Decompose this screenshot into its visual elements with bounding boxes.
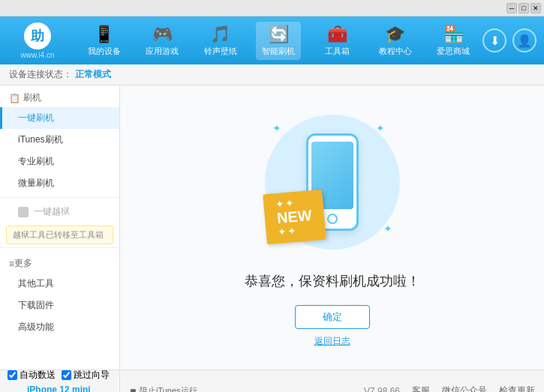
customer-service-link[interactable]: 客服: [412, 385, 430, 392]
auto-send-checkbox[interactable]: 自动数送: [8, 369, 56, 382]
flash-section-icon: 📋: [9, 93, 20, 103]
lock-icon: [18, 207, 29, 217]
back-today-link[interactable]: 返回日志: [314, 335, 350, 348]
nav-app-games[interactable]: 🎮 应用游戏: [140, 22, 185, 60]
sidebar-flash-title: 📋 刷机: [0, 85, 119, 107]
logo-url: www.i4.cn: [20, 51, 54, 59]
nav-tutorial[interactable]: 🎓 教程中心: [373, 22, 418, 60]
sidebar-divider-1: [0, 197, 119, 198]
footer-left-panel: 自动数送 跳过向导 📱 iPhone 12 mini 64GB Down-12m…: [0, 370, 120, 392]
sidebar-divider-2: [0, 247, 119, 248]
new-ribbon: ✦ ✦ NEW ✦ ✦: [263, 190, 326, 245]
more-section-icon: ≡: [9, 259, 14, 269]
footer-checkboxes: 自动数送 跳过向导: [8, 369, 112, 382]
nav-my-device[interactable]: 📱 我的设备: [82, 22, 127, 60]
sidebar-item-onekey-flash[interactable]: 一键刷机: [0, 107, 119, 129]
phone-home-button: [327, 214, 338, 224]
check-update-link[interactable]: 检查更新: [499, 385, 535, 392]
sidebar-jailbreak-disabled: 一键越狱: [0, 201, 119, 223]
device-info-row: 📱 iPhone 12 mini 64GB Down-12mini-13.1: [8, 385, 112, 392]
user-button[interactable]: 👤: [512, 28, 536, 52]
auto-send-input[interactable]: [8, 370, 17, 380]
sidebar-item-itunes-flash[interactable]: iTunes刷机: [0, 129, 119, 151]
phone-illustration: ✦ ✦ ✦ ✦ ✦ NEW ✦ ✦: [257, 107, 407, 257]
footer-bottom-panel: ⏹ 阻止iTunes运行 V7.98.66 客服 微信公众号 检查更新: [120, 370, 544, 392]
istore-icon: 🏪: [443, 25, 464, 44]
new-badge-text: NEW: [276, 207, 312, 227]
full-footer: 自动数送 跳过向导 📱 iPhone 12 mini 64GB Down-12m…: [0, 370, 544, 392]
nav-istore[interactable]: 🏪 爱思商城: [431, 22, 476, 60]
ribbon-stars-bottom: ✦ ✦: [278, 224, 314, 238]
skip-wizard-checkbox[interactable]: 跳过向导: [62, 369, 110, 382]
nav-ringtone[interactable]: 🎵 铃声壁纸: [198, 22, 243, 60]
header-right: ⬇ 👤: [482, 28, 544, 52]
sidebar-item-download-firmware[interactable]: 下载固件: [0, 295, 119, 316]
smart-flash-label: 智能刷机: [262, 46, 295, 57]
download-button[interactable]: ⬇: [482, 28, 506, 52]
status-bar: 设备连接状态： 正常模式: [0, 64, 544, 85]
ringtone-label: 铃声壁纸: [204, 46, 237, 57]
nav-toolbox[interactable]: 🧰 工具箱: [314, 22, 359, 60]
device-name: iPhone 12 mini: [27, 385, 94, 392]
sidebar-item-pro-flash[interactable]: 专业刷机: [0, 151, 119, 172]
jailbreak-notice: 越狱工具已转移至工具箱: [6, 226, 113, 244]
status-label: 设备连接状态：: [9, 68, 72, 81]
tutorial-icon: 🎓: [385, 25, 405, 44]
my-device-icon: 📱: [94, 25, 114, 44]
flash-section-label: 刷机: [23, 91, 41, 104]
main-content: ✦ ✦ ✦ ✦ ✦ NEW ✦ ✦ 恭喜您，保资料刷机成功啦！ 确定 返回日志: [120, 85, 544, 370]
status-value: 正常模式: [75, 68, 111, 81]
nav-smart-flash[interactable]: 🔄 智能刷机: [256, 22, 301, 60]
sparkle-topleft: ✦: [272, 122, 281, 134]
close-button[interactable]: ✕: [530, 3, 541, 13]
logo-icon: 助: [24, 22, 51, 49]
logo-area[interactable]: 助 www.i4.cn: [0, 22, 75, 59]
stop-itunes-button[interactable]: ⏹ 阻止iTunes运行: [129, 385, 197, 392]
sparkle-bottomright: ✦: [383, 223, 392, 235]
tutorial-label: 教程中心: [379, 46, 412, 57]
title-bar: ─ □ ✕: [0, 0, 544, 16]
sparkle-topright: ✦: [376, 122, 385, 134]
app-games-label: 应用游戏: [146, 46, 179, 57]
wechat-link[interactable]: 微信公众号: [442, 385, 487, 392]
version-label: V7.98.66: [364, 386, 400, 393]
footer-right-links: V7.98.66 客服 微信公众号 检查更新: [364, 385, 535, 392]
my-device-label: 我的设备: [88, 46, 121, 57]
ringtone-icon: 🎵: [210, 25, 230, 44]
toolbox-label: 工具箱: [325, 46, 350, 57]
sidebar-more-title: ≡ 更多: [0, 251, 119, 273]
sidebar: 📋 刷机 一键刷机 iTunes刷机 专业刷机 微量刷机 一键越狱 越狱工具已转…: [0, 85, 120, 370]
nav-items: 📱 我的设备 🎮 应用游戏 🎵 铃声壁纸 🔄 智能刷机 🧰 工具箱 🎓 教程中心…: [75, 22, 482, 60]
sidebar-item-micro-flash[interactable]: 微量刷机: [0, 172, 119, 194]
header: 助 www.i4.cn 📱 我的设备 🎮 应用游戏 🎵 铃声壁纸 🔄 智能刷机 …: [0, 16, 544, 64]
stop-icon: ⏹: [129, 387, 137, 393]
minimize-button[interactable]: ─: [506, 3, 517, 13]
main-layout: 📋 刷机 一键刷机 iTunes刷机 专业刷机 微量刷机 一键越狱 越狱工具已转…: [0, 85, 544, 370]
success-text: 恭喜您，保资料刷机成功啦！: [245, 272, 420, 290]
toolbox-icon: 🧰: [327, 25, 347, 44]
app-games-icon: 🎮: [152, 25, 173, 44]
smart-flash-icon: 🔄: [269, 25, 289, 44]
sidebar-item-other-tools[interactable]: 其他工具: [0, 273, 119, 295]
device-details: iPhone 12 mini 64GB Down-12mini-13.1: [27, 385, 94, 392]
confirm-button[interactable]: 确定: [295, 305, 370, 329]
skip-wizard-input[interactable]: [62, 370, 71, 380]
istore-label: 爱思商城: [437, 46, 470, 57]
sidebar-item-advanced[interactable]: 高级功能: [0, 316, 119, 338]
maximize-button[interactable]: □: [518, 3, 529, 13]
